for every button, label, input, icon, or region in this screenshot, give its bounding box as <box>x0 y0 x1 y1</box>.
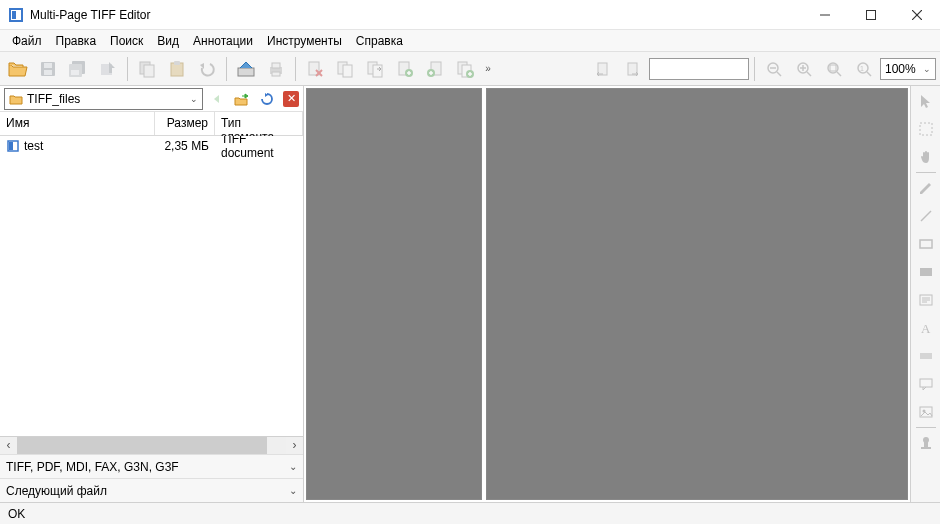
zoom-fit-button[interactable] <box>820 55 848 83</box>
next-page-button[interactable] <box>619 55 647 83</box>
stamp-tool[interactable] <box>913 430 939 456</box>
page-add-button[interactable] <box>451 55 479 83</box>
separator <box>127 57 128 81</box>
menu-file[interactable]: Файл <box>6 32 48 50</box>
export-button[interactable] <box>94 55 122 83</box>
page-add-before-button[interactable] <box>391 55 419 83</box>
marquee-tool[interactable] <box>913 116 939 142</box>
filled-rect-tool[interactable] <box>913 259 939 285</box>
scroll-left-icon[interactable]: ‹ <box>0 437 17 454</box>
file-list-header: Имя Размер Тип элемента <box>0 112 303 136</box>
path-select[interactable]: TIFF_files ⌄ <box>4 88 203 110</box>
svg-rect-8 <box>44 70 52 75</box>
open-button[interactable] <box>4 55 32 83</box>
zoom-in-button[interactable] <box>790 55 818 83</box>
main-area: TIFF_files ⌄ ✕ Имя Размер Тип элемента t… <box>0 86 940 502</box>
svg-rect-3 <box>867 10 876 19</box>
menu-search[interactable]: Поиск <box>104 32 149 50</box>
menu-help[interactable]: Справка <box>350 32 409 50</box>
nav-refresh-button[interactable] <box>256 88 278 110</box>
svg-line-51 <box>837 72 841 76</box>
svg-line-47 <box>807 72 811 76</box>
text-tool[interactable]: A <box>913 315 939 341</box>
zoom-value: 100% <box>885 62 916 76</box>
file-row[interactable]: test 2,35 МБ TIFF document <box>0 136 303 156</box>
print-button[interactable] <box>262 55 290 83</box>
next-file-label: Следующий файл <box>6 484 107 498</box>
svg-rect-16 <box>174 61 180 65</box>
scroll-right-icon[interactable]: › <box>286 437 303 454</box>
filter-select[interactable]: TIFF, PDF, MDI, FAX, G3N, G3F ⌄ <box>0 454 303 478</box>
zoom-actual-button[interactable]: 1 <box>850 55 878 83</box>
close-button[interactable] <box>894 0 940 30</box>
undo-button[interactable] <box>193 55 221 83</box>
file-list-body[interactable]: test 2,35 МБ TIFF document <box>0 136 303 436</box>
menu-view[interactable]: Вид <box>151 32 185 50</box>
svg-rect-11 <box>71 70 79 75</box>
maximize-button[interactable] <box>848 0 894 30</box>
menu-edit[interactable]: Правка <box>50 32 103 50</box>
panel-close-button[interactable]: ✕ <box>283 91 299 107</box>
chevron-down-icon: ⌄ <box>190 94 198 104</box>
svg-rect-1 <box>12 11 16 19</box>
scroll-thumb[interactable] <box>17 437 267 454</box>
paste-button[interactable] <box>163 55 191 83</box>
rect-tool[interactable] <box>913 231 939 257</box>
column-name[interactable]: Имя <box>0 112 155 135</box>
separator <box>295 57 296 81</box>
zoom-select[interactable]: 100% ⌄ <box>880 58 936 80</box>
file-browser-panel: TIFF_files ⌄ ✕ Имя Размер Тип элемента t… <box>0 86 304 502</box>
page-delete-button[interactable] <box>301 55 329 83</box>
svg-rect-17 <box>238 68 254 76</box>
svg-line-59 <box>921 211 931 221</box>
callout-tool[interactable] <box>913 371 939 397</box>
save-all-button[interactable] <box>64 55 92 83</box>
file-icon <box>6 139 20 153</box>
page-move-button[interactable] <box>361 55 389 83</box>
file-list: Имя Размер Тип элемента test 2,35 МБ TIF… <box>0 112 303 454</box>
column-size[interactable]: Размер <box>155 112 215 135</box>
zoom-out-button[interactable] <box>760 55 788 83</box>
svg-rect-58 <box>920 123 932 135</box>
prev-page-button[interactable] <box>589 55 617 83</box>
note-tool[interactable] <box>913 287 939 313</box>
line-tool[interactable] <box>913 203 939 229</box>
nav-up-button[interactable] <box>231 88 253 110</box>
nav-back-button[interactable] <box>206 88 228 110</box>
page-add-after-button[interactable] <box>421 55 449 83</box>
folder-icon <box>9 93 23 105</box>
hand-tool[interactable] <box>913 144 939 170</box>
save-button[interactable] <box>34 55 62 83</box>
scan-button[interactable] <box>232 55 260 83</box>
svg-rect-7 <box>44 63 52 68</box>
window-title: Multi-Page TIFF Editor <box>30 8 802 22</box>
svg-rect-42 <box>628 63 637 75</box>
svg-rect-61 <box>920 268 932 276</box>
page-copy-button[interactable] <box>331 55 359 83</box>
thumbnail-canvas[interactable] <box>306 88 482 500</box>
view-area: A <box>304 86 940 502</box>
copy-button[interactable] <box>133 55 161 83</box>
separator <box>226 57 227 81</box>
separator <box>754 57 755 81</box>
annotation-toolbar: A <box>910 86 940 502</box>
highlight-tool[interactable] <box>913 343 939 369</box>
separator <box>916 427 936 428</box>
column-type[interactable]: Тип элемента <box>215 112 303 135</box>
horizontal-scrollbar[interactable]: ‹ › <box>0 436 303 453</box>
next-file-select[interactable]: Следующий файл ⌄ <box>0 478 303 502</box>
page-canvas[interactable] <box>486 88 908 500</box>
path-bar: TIFF_files ⌄ ✕ <box>0 86 303 112</box>
statusbar: OK <box>0 502 940 524</box>
chevron-down-icon: ⌄ <box>289 485 297 496</box>
app-icon <box>8 7 24 23</box>
image-tool[interactable] <box>913 399 939 425</box>
menu-tools[interactable]: Инструменты <box>261 32 348 50</box>
pointer-tool[interactable] <box>913 88 939 114</box>
toolbar-overflow[interactable]: » <box>481 56 495 82</box>
file-size: 2,35 МБ <box>155 139 215 153</box>
menu-annotations[interactable]: Аннотации <box>187 32 259 50</box>
pencil-tool[interactable] <box>913 175 939 201</box>
page-number-input[interactable] <box>649 58 749 80</box>
minimize-button[interactable] <box>802 0 848 30</box>
